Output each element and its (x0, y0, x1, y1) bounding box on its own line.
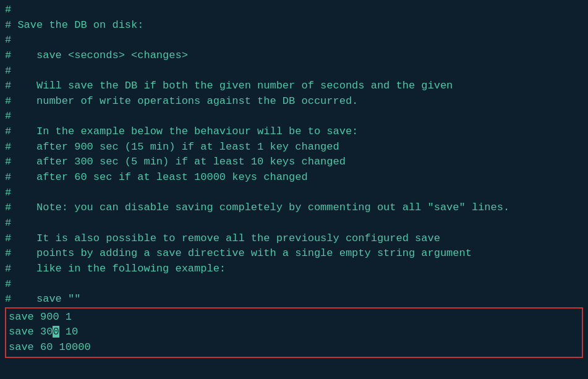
line-16: # It is also possible to remove all the … (0, 231, 588, 247)
line-19: # (0, 277, 588, 292)
line-1: # (0, 2, 588, 18)
line-14: # Note: you can disable saving completel… (0, 200, 588, 216)
line-2: # Save the DB on disk: (0, 18, 588, 33)
line-17: # points by adding a save directive with… (0, 246, 588, 262)
save-line-1: save 900 1 (9, 310, 579, 325)
line-20: # save "" (0, 292, 588, 307)
line-18: # like in the following example: (0, 262, 588, 277)
line-6: # Will save the DB if both the given num… (0, 79, 588, 94)
code-editor: # # Save the DB on disk: # # save <secon… (0, 0, 588, 379)
save-line-2: save 300 10 (9, 325, 579, 340)
line-9: # In the example below the behaviour wil… (0, 124, 588, 140)
line-4: # save <seconds> <changes> (0, 48, 588, 64)
line-5: # (0, 64, 588, 79)
save-commands-block[interactable]: save 900 1 save 300 10 save 60 10000 (5, 307, 583, 358)
line-12: # after 60 sec if at least 10000 keys ch… (0, 170, 588, 185)
line-7: # number of write operations against the… (0, 94, 588, 109)
line-15: # (0, 216, 588, 231)
line-8: # (0, 109, 588, 124)
line-13: # (0, 185, 588, 201)
line-3: # (0, 33, 588, 48)
line-11: # after 300 sec (5 min) if at least 10 k… (0, 155, 588, 170)
save-line-3: save 60 10000 (9, 340, 579, 356)
line-10: # after 900 sec (15 min) if at least 1 k… (0, 140, 588, 155)
cursor: 0 (53, 326, 59, 338)
